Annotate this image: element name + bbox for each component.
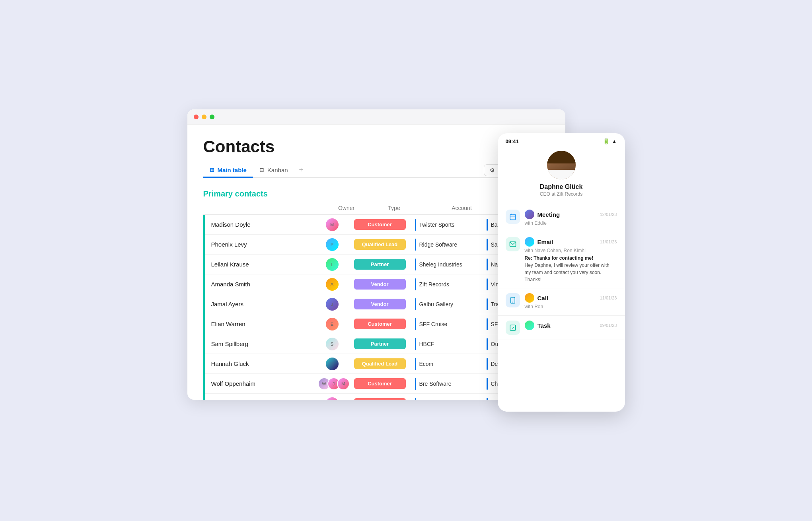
maximize-dot[interactable] (210, 115, 214, 119)
activity-header: Meeting12/01/23 (525, 210, 617, 219)
tab-main-table[interactable]: ⊞ Main table (203, 163, 253, 178)
type-badge: Qualified Lead (354, 239, 406, 250)
cell-owner: J (316, 397, 348, 400)
activity-type-label: Call (537, 295, 597, 301)
avatar: L (326, 258, 339, 271)
avatar: P (326, 238, 339, 251)
mobile-status-bar: 09:41 🔋 ▲ (498, 133, 625, 148)
activity-icon-wrap (506, 210, 520, 224)
cell-type: Partner (348, 338, 412, 349)
cell-owner: WJM (316, 377, 348, 390)
activity-item[interactable]: Email11/01/23with Nave Cohen, Ron KimhiR… (498, 232, 625, 288)
tab-kanban[interactable]: ⊟ Kanban (253, 163, 294, 178)
type-badge: Qualified Lead (354, 358, 406, 369)
activity-person-avatar (525, 237, 534, 247)
activity-header: Task09/01/23 (525, 321, 617, 330)
activity-type-label: Email (537, 239, 597, 245)
cell-contact-name: Madison Doyle (205, 221, 316, 228)
cell-contact-name: Leilani Krause (205, 261, 316, 268)
account-bar (415, 378, 416, 390)
deals-bar (487, 259, 488, 270)
cell-contact-name: Jamal Ayers (205, 301, 316, 307)
activity-date: 09/01/23 (600, 323, 617, 328)
activity-person-avatar (525, 210, 534, 219)
cell-owner: H (316, 358, 348, 370)
cell-type: Qualified Lead (348, 358, 412, 369)
type-badge: Vendor (354, 279, 406, 290)
battery-icon: 🔋 (603, 138, 609, 144)
avatar: J (326, 397, 339, 400)
activity-item[interactable]: Task09/01/23 (498, 316, 625, 340)
account-bar (415, 398, 416, 400)
status-icons: 🔋 ▲ (603, 138, 617, 144)
type-badge: Customer (354, 378, 406, 389)
cell-owner: E (316, 318, 348, 330)
avatar: E (326, 318, 339, 330)
activity-header: Call11/01/23 (525, 293, 617, 303)
avatar: A (326, 278, 339, 291)
th-type: Type (362, 205, 426, 211)
type-badge: Customer (354, 219, 406, 230)
avatar: S (326, 338, 339, 350)
activity-icon-wrap (506, 321, 520, 335)
deals-bar (487, 378, 488, 390)
account-bar (415, 358, 416, 370)
mobile-time: 09:41 (506, 138, 519, 144)
wifi-icon: ▲ (612, 138, 617, 144)
mobile-profile-section: Daphne Glück CEO at Zift Records (498, 148, 625, 203)
cell-owner: S (316, 338, 348, 350)
deals-bar (487, 318, 488, 330)
type-badge: Partner (354, 338, 406, 349)
th-account: Account (426, 205, 498, 211)
cell-type: Customer (348, 398, 412, 400)
activity-content: Call11/01/23with Ron (525, 293, 617, 311)
type-badge: Customer (354, 398, 406, 400)
activity-content: Meeting12/01/23with Eddie (525, 210, 617, 227)
activity-person-avatar (525, 321, 534, 330)
activity-item[interactable]: Meeting12/01/23with Eddie (498, 205, 625, 232)
avatar: M (326, 218, 339, 231)
account-bar (415, 239, 416, 251)
account-bar (415, 259, 416, 270)
activity-date: 11/01/23 (600, 295, 617, 300)
minimize-dot[interactable] (202, 115, 206, 119)
type-badge: Customer (354, 319, 406, 329)
activity-type-label: Meeting (537, 211, 597, 218)
integrate-icon: ⚙ (490, 167, 495, 173)
mobile-avatar (547, 151, 576, 179)
cell-contact-name: Phoenix Levy (205, 241, 316, 248)
cell-type: Vendor (348, 279, 412, 290)
deals-bar (487, 338, 488, 350)
mobile-panel: 09:41 🔋 ▲ Daphne Glück CEO at Zift Recor… (498, 133, 625, 412)
activity-body: Re: Thanks for contacting me!Hey Daphne,… (525, 255, 617, 283)
cell-account: HBCF (412, 338, 483, 350)
deals-bar (487, 298, 488, 310)
th-name (219, 205, 331, 211)
cell-contact-name: Amanda Smith (205, 281, 316, 288)
activity-date: 12/01/23 (600, 212, 617, 217)
tab-add-button[interactable]: + (294, 163, 308, 177)
window-titlebar (187, 109, 565, 124)
cell-account: Ecom (412, 358, 483, 370)
cell-type: Customer (348, 378, 412, 389)
close-dot[interactable] (194, 115, 199, 119)
activity-sub: with Nave Cohen, Ron Kimhi (525, 248, 617, 253)
activity-date: 11/01/23 (600, 239, 617, 244)
deals-bar (487, 398, 488, 400)
cell-owner: A (316, 278, 348, 291)
mobile-person-title: CEO at Zift Records (540, 191, 582, 197)
kanban-icon: ⊟ (259, 167, 264, 173)
cell-type: Customer (348, 319, 412, 329)
cell-type: Customer (348, 219, 412, 230)
cell-type: Vendor (348, 299, 412, 309)
cell-account: Sheleg Industries (412, 259, 483, 270)
cell-account: Galbu Gallery (412, 298, 483, 310)
cell-account: SFF Cruise (412, 318, 483, 330)
cell-owner: M (316, 218, 348, 231)
activity-sub: with Eddie (525, 220, 617, 226)
type-badge: Vendor (354, 299, 406, 309)
activity-content: Email11/01/23with Nave Cohen, Ron KimhiR… (525, 237, 617, 283)
activity-item[interactable]: Call11/01/23with Ron (498, 288, 625, 316)
mobile-person-name: Daphne Glück (540, 183, 583, 191)
account-bar (415, 318, 416, 330)
